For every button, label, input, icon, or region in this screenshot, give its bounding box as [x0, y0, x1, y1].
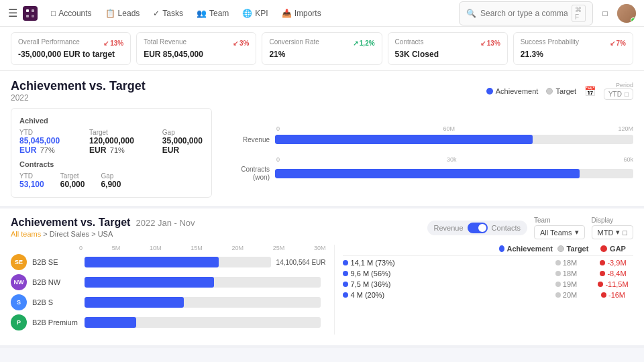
nav-team[interactable]: 👥 Team	[191, 6, 234, 21]
revenue-bar-fill	[275, 135, 533, 144]
team-table-rows: 14,1 M (73%)18M-3,9M9,6 M (56%)18M-8,4M7…	[343, 259, 633, 299]
breadcrumb-all-teams[interactable]: All teams	[11, 230, 41, 238]
table-row: 4 M (20%)20M-16M	[343, 291, 633, 299]
imports-icon: 📥	[282, 9, 292, 18]
team-bar-track	[85, 257, 271, 267]
kpi-icon: 🌐	[242, 9, 252, 18]
online-indicator	[631, 17, 636, 23]
team-table: Achievement Target GAP	[335, 245, 633, 335]
tasks-icon: ✓	[153, 9, 160, 18]
team-select[interactable]: All Teams ▾	[534, 225, 584, 239]
kpi-value-2: 21%	[269, 50, 374, 59]
app-logo	[23, 6, 38, 21]
achievement-dot	[343, 271, 348, 276]
kpi-delta-3: ↙ 13%	[480, 40, 500, 47]
section-team-achievement: Achievement vs. Target 2022 Jan - Nov Al…	[0, 208, 644, 348]
gap-dot	[598, 282, 603, 287]
chevron-down-icon: ▾	[575, 228, 579, 237]
nav-tasks[interactable]: ✓ Tasks	[148, 6, 189, 21]
team-bar-fill	[85, 257, 219, 267]
achievement-charts: 0 60M 120M Revenue 0 30k	[223, 108, 633, 198]
team-name: B2B NW	[32, 278, 79, 286]
nav-accounts[interactable]: □ Accounts	[46, 6, 97, 21]
target-dot	[555, 271, 561, 276]
gap-dot	[601, 292, 606, 298]
team-name: B2B SE	[32, 258, 79, 266]
leads-icon: 📋	[105, 9, 115, 18]
team-bar-track	[85, 297, 321, 308]
team-bar-fill	[85, 277, 214, 288]
achievement-value: 14,1 M (73%)	[351, 259, 395, 267]
achievement-dot	[343, 292, 348, 298]
contracts-bar-row: Contracts(won)	[223, 166, 633, 182]
svg-rect-1	[32, 9, 34, 12]
team-bar-value: 14,100,564 EUR	[276, 259, 326, 266]
table-row: 9,6 M (56%)18M-8,4M	[343, 269, 633, 278]
table-header: Achievement Target GAP	[343, 245, 633, 256]
revenue-bar-track	[275, 135, 633, 144]
kpi-total-revenue: Total Revenue ↙ 3% EUR 85,045,000	[136, 32, 256, 65]
team-bar-fill	[85, 317, 136, 328]
menu-icon[interactable]: ☰	[8, 7, 17, 19]
team-content: 0 5M 10M 15M 20M 25M 30M SEB2B SE14,100,…	[11, 245, 633, 335]
contracts-bar-fill	[275, 169, 580, 178]
main-content: Achievement vs. Target 2022 Achievement …	[0, 71, 644, 362]
table-legend-gap	[600, 245, 607, 252]
revenue-contacts-toggle[interactable]: Revenue Contacts	[427, 221, 527, 235]
team-select-group: Team All Teams ▾	[534, 217, 584, 239]
team-bar-row: SB2B S	[11, 294, 326, 310]
team-bar-chart: 0 5M 10M 15M 20M 25M 30M SEB2B SE14,100,…	[11, 245, 335, 335]
calendar-icon[interactable]: 📅	[584, 86, 596, 97]
gap-value: -16M	[593, 291, 633, 299]
achievement-value: 9,6 M (56%)	[351, 269, 391, 278]
achievement-stats-panel: Achived YTD 85,045,000 EUR 77% Target 12…	[11, 108, 212, 198]
display-select[interactable]: MTD ▾ □	[592, 225, 633, 239]
kpi-value-3: 53K Closed	[395, 50, 500, 59]
achievement-value: 4 M (20%)	[351, 291, 385, 299]
search-bar[interactable]: 🔍 ⌘ F	[459, 1, 593, 25]
team-avatar: S	[11, 294, 27, 310]
team-avatar: NW	[11, 274, 27, 290]
team-bar-fill	[85, 297, 184, 308]
team-icon: 👥	[197, 9, 207, 18]
achievement-dot	[343, 282, 348, 287]
team-name: B2B S	[32, 298, 79, 306]
table-legend-target	[557, 245, 564, 252]
toggle-switch[interactable]	[468, 223, 488, 233]
team-bars-container: SEB2B SE14,100,564 EURNWB2B NWSB2B SPB2B…	[11, 254, 326, 330]
target-value: 18M	[539, 259, 593, 267]
period-control[interactable]: YTD □	[604, 88, 633, 100]
section-achievement-target: Achievement vs. Target 2022 Achievement …	[0, 71, 644, 208]
search-input[interactable]	[480, 9, 568, 18]
search-shortcut: ⌘ F	[572, 5, 586, 22]
breadcrumb: All teams > Direct Sales > USA	[11, 230, 195, 238]
section1-title: Achievement vs. Target	[11, 79, 146, 93]
kpi-conversion-rate: Conversion Rate ↗ 1,2% 21%	[262, 32, 382, 65]
gap-value: -8,4M	[593, 269, 633, 278]
kpi-value-4: 21.3%	[521, 50, 626, 59]
gap-value: -3,9M	[593, 259, 633, 267]
kpi-delta-1: ↙ 3%	[233, 40, 249, 47]
legend-dot-target	[546, 88, 553, 95]
notification-icon[interactable]: □	[596, 4, 614, 23]
nav-kpi[interactable]: 🌐 KPI	[237, 6, 273, 21]
target-dot	[555, 282, 561, 287]
team-name: B2B Premium	[32, 318, 79, 326]
table-row: 14,1 M (73%)18M-3,9M	[343, 259, 633, 267]
kpi-overall-performance: Overall Performance ↙ 13% -35,000,000 EU…	[11, 32, 131, 65]
table-legend-achievement	[499, 245, 504, 252]
section1-legend: Achievement Target 📅 Period YTD □	[486, 82, 633, 100]
nav-imports[interactable]: 📥 Imports	[276, 6, 327, 21]
legend-achievement: Achievement	[486, 87, 539, 95]
target-value: 19M	[539, 280, 593, 288]
section2-controls: Revenue Contacts Team All Teams ▾ Displa…	[427, 217, 633, 239]
gap-dot	[600, 271, 605, 276]
display-select-group: Display MTD ▾ □	[592, 217, 633, 239]
nav-leads[interactable]: 📋 Leads	[100, 6, 146, 21]
team-bar-row: SEB2B SE14,100,564 EUR	[11, 254, 326, 270]
contracts-bar-track	[275, 169, 633, 178]
search-icon: 🔍	[466, 9, 476, 18]
avatar[interactable]	[617, 4, 636, 23]
achievement-dot	[343, 260, 348, 265]
svg-rect-3	[32, 15, 34, 17]
